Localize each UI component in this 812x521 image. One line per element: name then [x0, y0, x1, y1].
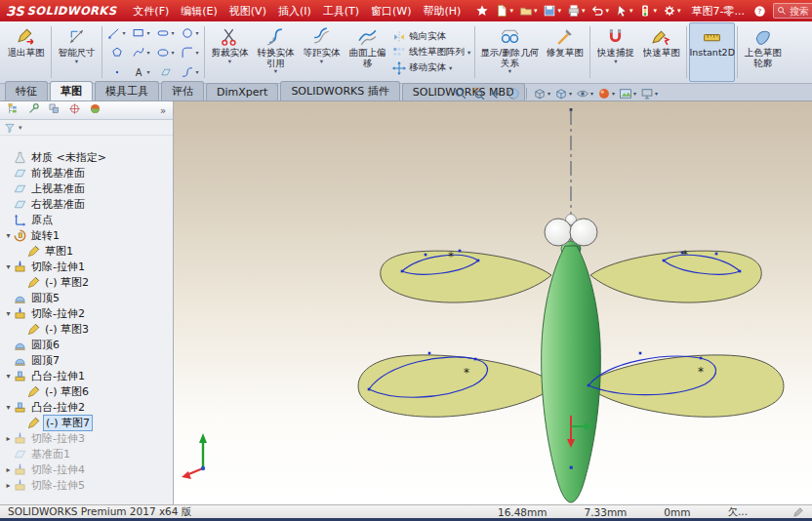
sketch-fillet-button[interactable]: ▾ [178, 43, 202, 62]
tree-expand-caret[interactable]: ▸ [3, 481, 14, 490]
new-document-button[interactable]: ▾ [493, 4, 515, 18]
smart-dimension-button[interactable]: 智能尺寸▾ [54, 22, 100, 82]
dropdown-caret-icon[interactable]: ▾ [655, 90, 658, 97]
dragonfly-body[interactable] [542, 215, 601, 503]
dropdown-caret-icon[interactable]: ▾ [612, 90, 615, 97]
tree-item[interactable]: 圆顶5 [0, 290, 173, 305]
featuremanager-tab[interactable] [7, 102, 20, 118]
tree-item[interactable]: ▾凸台-拉伸2 [0, 399, 173, 415]
display-style-button[interactable]: ▾ [553, 87, 573, 100]
mirror-entities-button[interactable]: 镜向实体 [392, 30, 470, 44]
menu-item[interactable]: 帮助(H) [418, 2, 467, 20]
print-button[interactable]: ▾ [565, 4, 588, 18]
menu-item[interactable]: 编辑(E) [175, 2, 223, 20]
display-delete-relations-button[interactable]: 显示/删除几何关系▾ [477, 22, 542, 82]
circle-tool-button[interactable]: ▾ [178, 23, 202, 43]
displaymanager-tab[interactable] [89, 102, 102, 118]
tab-features[interactable]: 特征 [5, 81, 48, 100]
dropdown-caret-icon[interactable]: ▾ [171, 49, 174, 56]
rebuild-button[interactable]: ▾ [636, 4, 659, 18]
dropdown-caret-icon[interactable]: ▾ [582, 7, 586, 15]
dropdown-caret-icon[interactable]: ▾ [557, 7, 561, 15]
tree-item[interactable]: ▾切除-拉伸2 [0, 305, 173, 321]
filter-funnel-icon[interactable] [4, 122, 16, 134]
tree-item[interactable]: ▸切除-拉伸4 [0, 461, 173, 477]
tree-item[interactable]: ▾切除-拉伸1 [0, 259, 173, 274]
dropdown-caret-icon[interactable]: ▾ [320, 59, 323, 65]
line-tool-button[interactable]: ▾ [104, 23, 129, 43]
menu-item[interactable]: 文件(F) [127, 2, 175, 20]
select-button[interactable]: ▾ [613, 4, 635, 18]
tree-expand-caret[interactable]: ▾ [3, 231, 14, 240]
dropdown-caret-icon[interactable]: ▾ [228, 59, 231, 65]
tree-item[interactable]: ▸切除-拉伸3 [0, 430, 173, 446]
view-settings-button[interactable]: ▾ [639, 87, 659, 100]
wing-lower-left[interactable] [358, 355, 557, 417]
instant2d-button[interactable]: Instant2D [689, 22, 735, 82]
plane-tool-button[interactable] [153, 62, 178, 82]
dropdown-caret-icon[interactable]: ▾ [467, 49, 470, 57]
linear-sketch-pattern-button[interactable]: 线性草图阵列▾ [392, 46, 470, 60]
tree-expand-caret[interactable]: ▾ [3, 309, 14, 318]
offset-entities-button[interactable]: 等距实体▾ [299, 22, 345, 82]
graphics-viewport[interactable]: * * * * [174, 101, 812, 504]
apply-scene-button[interactable]: ▾ [618, 87, 637, 100]
tree-item[interactable]: 前视基准面 [0, 165, 173, 180]
tree-expand-caret[interactable]: ▾ [3, 372, 14, 381]
hide-show-items-button[interactable]: ▾ [575, 87, 594, 100]
wing-upper-left[interactable] [381, 251, 551, 302]
dropdown-caret-icon[interactable]: ▾ [653, 7, 657, 15]
tab-mold-tools[interactable]: 模具工具 [95, 81, 159, 100]
dimxpertmanager-tab[interactable] [68, 102, 81, 118]
tab-sketch[interactable]: 草图 [50, 81, 93, 100]
menu-item[interactable]: 窗口(W) [365, 2, 417, 20]
dropdown-caret-icon[interactable]: ▾ [590, 90, 593, 97]
search-input[interactable] [790, 6, 812, 17]
shaded-sketch-contours-button[interactable]: 上色草图轮廓 [740, 22, 786, 82]
options-button[interactable]: ▾ [661, 4, 683, 18]
tree-item[interactable]: ▾旋转1 [0, 227, 173, 243]
polygon-tool-button[interactable] [104, 43, 129, 62]
menu-item[interactable]: 插入(I) [272, 2, 317, 20]
section-view-button[interactable] [506, 87, 521, 100]
edit-appearance-button[interactable]: ▾ [596, 87, 616, 100]
menu-item[interactable]: 工具(T) [317, 2, 365, 20]
dropdown-caret-icon[interactable]: ▾ [614, 59, 617, 65]
dropdown-caret-icon[interactable]: ▾ [629, 7, 633, 15]
pin-toolbar-button[interactable] [473, 4, 491, 18]
dropdown-caret-icon[interactable]: ▾ [75, 59, 78, 65]
tree-item[interactable]: 材质 <未指定> [0, 149, 173, 165]
filter-caret-icon[interactable]: ▾ [19, 124, 22, 132]
zoom-fit-button[interactable] [453, 87, 468, 100]
search-box[interactable]: ▾ [773, 3, 812, 19]
dropdown-caret-icon[interactable]: ▾ [122, 29, 125, 36]
tree-item[interactable]: (-) 草图2 [0, 274, 173, 290]
dropdown-caret-icon[interactable]: ▾ [146, 29, 149, 36]
tree-item[interactable]: 基准面1 [0, 446, 173, 461]
text-tool-button[interactable]: A▾ [129, 62, 153, 82]
dropdown-caret-icon[interactable]: ▾ [195, 29, 198, 36]
tree-item[interactable]: (-) 草图7 [0, 415, 173, 430]
ellipse-tool-button[interactable]: ▾ [153, 43, 178, 62]
dropdown-caret-icon[interactable]: ▾ [195, 49, 198, 56]
move-entities-button[interactable]: 移动实体▾ [392, 61, 470, 75]
exit-sketch-button[interactable]: 退出草图 [3, 22, 49, 82]
tree-item[interactable]: 圆顶7 [0, 352, 173, 368]
trim-entities-button[interactable]: 剪裁实体▾ [207, 22, 253, 82]
tree-item[interactable]: 草图1 [0, 243, 173, 259]
quick-snaps-button[interactable]: 快速捕捉▾ [592, 22, 638, 82]
tab-solidworks-addins[interactable]: SOLIDWORKS 插件 [280, 81, 399, 100]
dropdown-caret-icon[interactable]: ▾ [509, 7, 513, 15]
tree-item[interactable]: (-) 草图3 [0, 321, 173, 337]
tree-expand-caret[interactable]: ▾ [3, 262, 14, 271]
tree-expand-caret[interactable]: ▾ [3, 403, 14, 412]
save-button[interactable]: ▾ [541, 4, 563, 18]
dropdown-caret-icon[interactable]: ▾ [146, 68, 149, 75]
rectangle-tool-button[interactable]: ▾ [129, 23, 153, 43]
offset-on-surface-button[interactable]: 曲面上偏移 [345, 22, 390, 82]
repair-sketch-button[interactable]: 修复草图 [542, 22, 588, 82]
dropdown-caret-icon[interactable]: ▾ [146, 49, 149, 56]
wing-lower-right[interactable] [585, 355, 784, 417]
dropdown-caret-icon[interactable]: ▾ [274, 68, 277, 75]
tree-expand-caret[interactable]: ▸ [3, 434, 14, 443]
